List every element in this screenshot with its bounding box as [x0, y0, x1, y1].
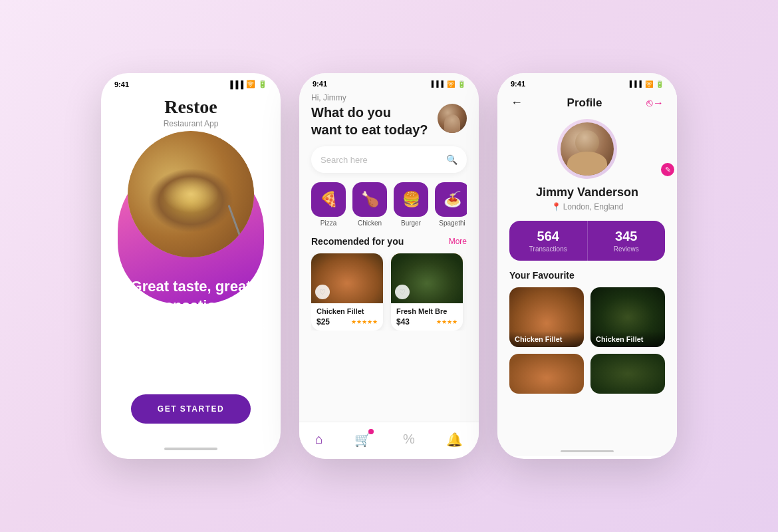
signal-icon-3: ▐▐▐ [628, 80, 642, 87]
favourite-icon-2[interactable]: ♡ [395, 285, 410, 299]
status-bar-2: 9:41 ▐▐▐ 🛜 🔋 [299, 73, 479, 90]
phone-1-splash: 9:41 ▐▐▐ 🛜 🔋 Restoe Restaurant App Great… [101, 73, 281, 459]
phone-2-home: 9:41 ▐▐▐ 🛜 🔋 Hi, Jimmy What do youwant t… [299, 73, 479, 459]
avatar-ring [557, 119, 617, 179]
profile-header: ← Profile ⎋→ [497, 90, 677, 112]
cat-icon-burger: 🍔 [394, 182, 428, 217]
food-rating-2: ★★★★ [436, 319, 457, 325]
cart-badge [368, 429, 374, 434]
favourites-title: Your Favourite [509, 270, 665, 281]
nav-cart[interactable]: 🛒 [354, 432, 371, 448]
cat-icon-spaghetti: 🍝 [435, 182, 467, 217]
cat-label-burger: Burger [401, 219, 421, 227]
transactions-label: Transactions [509, 245, 587, 253]
cat-label-chicken: Chicken [358, 219, 382, 227]
nav-home[interactable]: ⌂ [315, 432, 323, 447]
favourites-section: Your Favourite Chicken Fillet Chicken Fi… [497, 261, 677, 394]
greeting-small: Hi, Jimmy [311, 93, 467, 102]
home-indicator-3 [561, 450, 614, 452]
cat-spaghetti[interactable]: 🍝 Spagethi [435, 182, 467, 227]
food-name-1: Chicken Fillet [317, 307, 378, 315]
time-3: 9:41 [511, 80, 525, 88]
search-icon: 🔍 [446, 154, 457, 165]
profile-location: 📍 London, England [497, 202, 677, 211]
search-bar[interactable]: Search here 🔍 [311, 146, 467, 173]
favourites-grid: Chicken Fillet Chicken Fillet [509, 287, 665, 347]
dot-3-active[interactable] [197, 336, 201, 340]
location-text: London, England [563, 202, 624, 211]
time-1: 9:41 [114, 80, 129, 88]
profile-avatar-area: ✎ [497, 119, 677, 179]
food-info-2: Fresh Melt Bre $43 ★★★★ [391, 303, 463, 331]
more-button[interactable]: More [449, 237, 467, 246]
stats-bar: 564 Transactions 345 Reviews [509, 221, 665, 261]
food-image-1: ♡ [311, 253, 383, 303]
transactions-count: 564 [509, 229, 587, 244]
splash-content: Restoe Restaurant App Great taste, great… [101, 91, 281, 457]
status-bar-1: 9:41 ▐▐▐ 🛜 🔋 [101, 73, 281, 91]
fav-card-2[interactable]: Chicken Fillet [590, 287, 665, 347]
nav-notifications[interactable]: 🔔 [446, 432, 463, 448]
recommended-title: Recomended for you [311, 236, 404, 247]
cat-icon-chicken: 🍗 [352, 182, 387, 217]
get-started-button[interactable]: GET STARTED [131, 394, 251, 424]
food-cards: ♡ Chicken Fillet $25 ★★★★★ ♡ Fresh Melt … [311, 253, 467, 331]
favourite-icon-1[interactable]: ♡ [315, 285, 330, 299]
stat-transactions: 564 Transactions [509, 221, 588, 261]
app-subtitle: Restaurant App [164, 119, 219, 128]
battery-icon: 🔋 [258, 80, 267, 88]
fav-label-1: Chicken Fillet [509, 331, 584, 347]
cat-label-pizza: Pizza [321, 219, 336, 227]
home-indicator [164, 448, 217, 450]
food-card-1[interactable]: ♡ Chicken Fillet $25 ★★★★★ [311, 253, 383, 331]
logout-button[interactable]: ⎋→ [646, 97, 664, 109]
reviews-label: Reviews [588, 245, 666, 253]
dot-1[interactable] [181, 336, 185, 340]
nav-offers[interactable]: % [403, 432, 415, 447]
pagination-dots [181, 336, 201, 340]
category-list: 🍕 Pizza 🍗 Chicken 🍔 Burger 🍝 Spagethi ≡≡… [311, 182, 467, 227]
back-button[interactable]: ← [511, 96, 523, 110]
profile-page-title: Profile [567, 96, 602, 110]
food-price-2: $43 [396, 317, 410, 327]
food-bottom-2: $43 ★★★★ [396, 317, 457, 327]
wifi-icon: 🛜 [246, 80, 255, 88]
fav-label-2: Chicken Fillet [590, 331, 665, 347]
signal-icon: ▐▐▐ [228, 80, 243, 88]
cat-chicken[interactable]: 🍗 Chicken [352, 182, 387, 227]
home-content: Hi, Jimmy What do youwant to eat today? … [299, 90, 479, 456]
battery-icon-3: 🔋 [656, 80, 664, 88]
battery-icon-2: 🔋 [457, 80, 465, 88]
food-price-1: $25 [317, 317, 330, 327]
cat-icon-pizza: 🍕 [311, 182, 346, 217]
food-card-2[interactable]: ♡ Fresh Melt Bre $43 ★★★★ [391, 253, 463, 331]
cat-burger[interactable]: 🍔 Burger [394, 182, 428, 227]
food-image [128, 131, 254, 257]
status-icons-2: ▐▐▐ 🛜 🔋 [430, 80, 465, 88]
status-bar-3: 9:41 ▐▐▐ 🛜 🔋 [497, 73, 677, 90]
fav-card-4[interactable] [590, 354, 665, 394]
profile-name: Jimmy Vanderson [497, 186, 677, 200]
fav-card-1[interactable]: Chicken Fillet [509, 287, 584, 347]
cat-label-spaghetti: Spagethi [439, 219, 465, 227]
food-bottom-1: $25 ★★★★★ [317, 317, 378, 327]
stat-reviews: 345 Reviews [588, 221, 666, 261]
food-rating-1: ★★★★★ [351, 319, 378, 325]
search-placeholder: Search here [321, 155, 441, 165]
hero-title: Great taste, great sensation [114, 277, 267, 315]
edit-avatar-button[interactable]: ✎ [660, 162, 676, 178]
user-avatar[interactable] [438, 104, 467, 133]
status-icons-1: ▐▐▐ 🛜 🔋 [228, 80, 267, 88]
recommended-header: Recomended for you More [311, 236, 467, 247]
fav-card-3[interactable] [509, 354, 584, 394]
food-info-1: Chicken Fillet $25 ★★★★★ [311, 303, 383, 331]
signal-icon-2: ▐▐▐ [430, 80, 444, 87]
food-name-2: Fresh Melt Bre [396, 307, 457, 315]
status-icons-3: ▐▐▐ 🛜 🔋 [628, 80, 664, 88]
favourites-row2 [509, 354, 665, 394]
cat-pizza[interactable]: 🍕 Pizza [311, 182, 346, 227]
app-title: Restoe [164, 96, 217, 118]
food-image-2: ♡ [391, 253, 463, 303]
time-2: 9:41 [313, 80, 327, 88]
dot-2[interactable] [189, 336, 193, 340]
